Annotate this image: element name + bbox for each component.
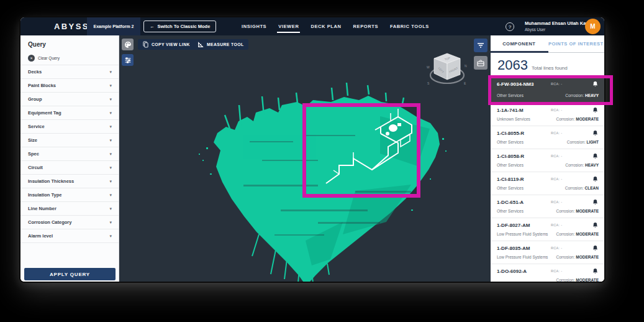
sidebar-item-corrosion-category[interactable]: Corrosion Category▾ — [20, 216, 119, 229]
corrosion-label: Corrosion: — [556, 278, 574, 282]
corrosion-label: Corrosion: — [565, 186, 584, 190]
sidebar-item-size[interactable]: Size▾ — [20, 134, 119, 147]
tab-insights[interactable]: INSIGHTS — [242, 24, 266, 29]
component-row[interactable]: 1-CI-8055-R RCA: - Other Services Corros… — [491, 126, 604, 149]
component-tag: 1-CI-8119-R — [497, 177, 524, 182]
bell-icon — [592, 81, 598, 87]
chevron-down-icon: ▾ — [109, 83, 112, 88]
tab-viewer[interactable]: VIEWER — [278, 24, 299, 29]
copy-view-link-label: COPY VIEW LINK — [152, 42, 190, 47]
main-nav-tabs: INSIGHTS VIEWER DECK PLAN REPORTS FABRIC… — [242, 17, 429, 35]
component-row[interactable]: 1-DF-8027-AM RCA: - Low Pressure Fluid S… — [491, 218, 604, 241]
measure-tool-button[interactable]: MEASURE TOOL — [193, 39, 248, 50]
component-rca: RCA: - — [551, 108, 562, 112]
tab-points-of-interest[interactable]: POINTS OF INTEREST — [548, 35, 605, 52]
sidebar-item-decks[interactable]: Decks▾ — [20, 65, 119, 79]
help-icon[interactable]: ? — [506, 22, 514, 31]
corrosion-value: MODERATE — [576, 117, 599, 121]
filter-label: Line Number — [28, 206, 57, 211]
component-rca: RCA: - — [551, 131, 562, 135]
sidebar-item-equipment-tag[interactable]: Equipment Tag▾ — [20, 106, 119, 120]
compass-w-label: W — [427, 65, 430, 69]
sidebar-item-insulation-type[interactable]: Insulation Type▾ — [20, 188, 119, 202]
ruler-icon — [197, 42, 204, 48]
component-row[interactable]: 1-DF-8035-AM RCA: - Low Pressure Fluid S… — [491, 241, 604, 264]
clear-query-button[interactable]: × Clear Query — [28, 55, 60, 62]
compass-e-label: E — [464, 81, 466, 85]
component-row-selected[interactable]: 6-FW-9034-NM3 RCA: - Other Services Corr… — [491, 77, 604, 103]
copy-view-link-button[interactable]: COPY VIEW LINK — [138, 39, 195, 50]
sidebar-item-paint-blocks[interactable]: Paint Blocks▾ — [20, 79, 119, 93]
copy-icon — [143, 41, 148, 48]
component-corrosion: Corrosion: MODERATE — [556, 117, 599, 121]
filter-icon — [477, 42, 484, 48]
corrosion-value: LIGHT — [587, 140, 599, 144]
bell-icon — [592, 107, 598, 113]
corrosion-value: MODERATE — [576, 255, 599, 259]
tab-component[interactable]: COMPONENT — [491, 35, 548, 52]
component-rca: RCA: - — [551, 246, 562, 250]
component-row[interactable]: 1-DC-651-A RCA: - Other Services Corrosi… — [491, 195, 604, 218]
chevron-down-icon: ▾ — [109, 70, 112, 75]
switch-classic-mode-button[interactable]: ← Switch To Classic Mode — [143, 21, 216, 32]
corrosion-label: Corrosion: — [567, 140, 586, 144]
view-cube-widget[interactable]: W N S E TOP LEFT FRONT — [424, 50, 470, 88]
total-lines-count: 2063 — [497, 57, 528, 73]
filter-label: Circuit — [28, 165, 43, 170]
chevron-down-icon: ▾ — [109, 193, 112, 198]
measure-tool-label: MEASURE TOOL — [207, 42, 243, 47]
palette-icon — [124, 41, 132, 48]
component-row[interactable]: 1-CI-8119-R RCA: - Other Services Corros… — [491, 172, 604, 195]
tab-fabric-tools[interactable]: FABRIC TOOLS — [390, 24, 429, 29]
filter-label: Service — [28, 124, 45, 129]
component-tag: 1-DF-8035-AM — [497, 246, 530, 251]
tab-reports[interactable]: REPORTS — [353, 24, 378, 29]
component-row[interactable]: 1-DO-6092-A RCA: - Corrosion: MODERATE — [491, 264, 604, 282]
sidebar-item-group[interactable]: Group▾ — [20, 93, 119, 106]
chevron-down-icon: ▾ — [109, 138, 112, 143]
toolbox-button[interactable] — [474, 56, 488, 70]
component-tag: 1-DF-8027-AM — [497, 223, 530, 228]
clear-query-label: Clear Query — [38, 56, 60, 60]
corrosion-label: Corrosion: — [556, 232, 574, 236]
viewer-3d-canvas[interactable]: COPY VIEW LINK MEASURE TOOL W N S E — [119, 35, 491, 282]
component-rca: RCA: - — [551, 223, 562, 227]
chevron-down-icon: ▾ — [109, 165, 112, 170]
corrosion-value: HEAVY — [585, 163, 599, 167]
bell-icon — [592, 130, 598, 136]
compass-n-label: N — [465, 64, 467, 68]
component-service: Other Services — [497, 163, 524, 167]
filter-label: Insulation Thickness — [28, 178, 74, 184]
paint-palette-button[interactable] — [122, 39, 134, 50]
display-settings-button[interactable] — [122, 54, 134, 66]
component-list[interactable]: 6-FW-9034-NM3 RCA: - Other Services Corr… — [491, 77, 604, 282]
component-service: Other Services — [497, 93, 524, 98]
component-row[interactable]: 1-CI-8058-R RCA: - Other Services Corros… — [491, 149, 604, 172]
total-lines-caption: Total lines found — [532, 65, 568, 71]
bell-icon — [592, 153, 598, 159]
filter-label: Group — [28, 96, 42, 102]
sidebar-item-alarm-level[interactable]: Alarm level▾ — [20, 229, 119, 243]
sidebar-item-spec[interactable]: Spec▾ — [20, 147, 119, 161]
corrosion-label: Corrosion: — [556, 209, 574, 213]
component-corrosion: Corrosion: MODERATE — [556, 209, 599, 213]
component-tag: 6-FW-9034-NM3 — [497, 81, 533, 87]
sidebar-item-service[interactable]: Service▾ — [20, 120, 119, 134]
platform-selector[interactable]: Example Platform 2 — [87, 17, 140, 35]
sidebar-item-insulation-thickness[interactable]: Insulation Thickness▾ — [20, 175, 119, 188]
component-rca: RCA: - — [551, 269, 562, 273]
sliders-icon — [124, 57, 132, 64]
component-row[interactable]: 1-1A-741-M RCA: - Unknown Services Corro… — [491, 103, 604, 126]
bell-icon — [592, 222, 598, 228]
sidebar-item-circuit[interactable]: Circuit▾ — [20, 161, 119, 175]
tab-deck-plan[interactable]: DECK PLAN — [311, 24, 341, 29]
avatar[interactable]: M — [585, 19, 601, 34]
corrosion-value: CLEAN — [585, 186, 599, 190]
component-corrosion: Corrosion: CLEAN — [565, 186, 599, 190]
filter-results-button[interactable] — [474, 39, 488, 52]
apply-query-button[interactable]: APPLY QUERY — [24, 268, 116, 280]
component-tag: 1-1A-741-M — [497, 108, 524, 113]
sidebar-item-line-number[interactable]: Line Number▾ — [20, 202, 119, 216]
chevron-down-icon: ▾ — [109, 220, 112, 225]
clear-query-icon: × — [28, 55, 35, 62]
